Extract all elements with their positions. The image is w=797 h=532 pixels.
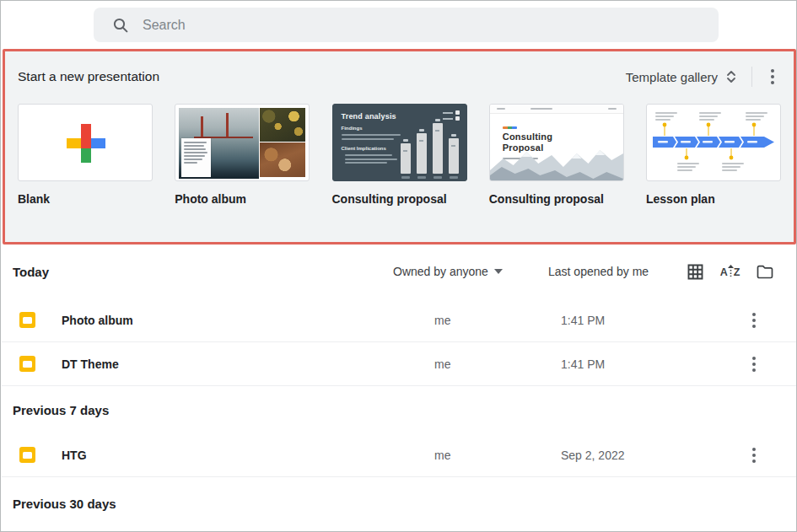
timeline-graphic — [651, 109, 776, 176]
file-name: HTG — [62, 449, 87, 462]
mountains-image — [490, 145, 623, 180]
trend-bar-chart — [401, 118, 459, 174]
search-icon — [112, 17, 129, 34]
section-title: Start a new presentation — [18, 69, 159, 84]
template-label: Consulting proposal — [489, 192, 624, 206]
file-owner: me — [393, 314, 450, 327]
trend-bullet-lines — [345, 154, 401, 166]
template-card-blank[interactable]: Blank — [18, 104, 153, 206]
google-plus-icon — [67, 124, 105, 163]
owned-by-label: Owned by anyone — [393, 265, 488, 278]
folder-icon — [757, 265, 773, 279]
recent-files-section: Today Owned by anyone Last opened by me — [2, 245, 797, 530]
group-heading-previous-30-days: Previous 30 days — [2, 477, 797, 523]
file-row-htg[interactable]: HTG me Sep 2, 2022 — [2, 433, 797, 477]
template-thumbnails-row: Blank Ph — [5, 102, 794, 206]
file-opened-time: 1:41 PM — [547, 314, 605, 327]
template-section-menu-button[interactable] — [762, 64, 783, 89]
unfold-more-icon — [724, 69, 738, 84]
template-label: Lesson plan — [646, 192, 781, 206]
file-owner: me — [393, 449, 450, 462]
trend-body-lines — [342, 134, 402, 142]
sort-az-button[interactable]: A Z — [719, 261, 741, 282]
caret-down-icon — [494, 269, 503, 274]
photo-album-textbox — [181, 138, 211, 177]
slides-file-icon — [19, 447, 35, 463]
trend-subheading: Client Implications — [342, 146, 386, 151]
template-label: Photo album — [175, 192, 310, 206]
slides-file-icon — [19, 356, 35, 372]
file-name: Photo album — [62, 314, 133, 327]
owned-by-filter[interactable]: Owned by anyone — [393, 265, 503, 278]
open-file-picker-button[interactable] — [754, 261, 776, 282]
trend-title: Trend analysis — [342, 112, 396, 121]
template-card-consulting-light[interactable]: Consulting Proposal Consulting proposal — [489, 104, 624, 206]
file-row-photo-album[interactable]: Photo album me 1:41 PM — [2, 298, 797, 342]
template-label: Blank — [18, 192, 153, 206]
file-opened-time: 1:41 PM — [547, 357, 605, 371]
trend-analysis-thumbnail[interactable]: Trend analysis Findings Client Implicati… — [332, 104, 467, 181]
file-menu-button[interactable] — [744, 308, 764, 333]
file-menu-button[interactable] — [744, 443, 764, 468]
slide-menu-bar — [490, 105, 623, 114]
file-row-dt-theme[interactable]: DT Theme me 1:41 PM — [2, 342, 797, 386]
template-card-photo-album[interactable]: Photo album — [175, 104, 310, 206]
template-section-header: Start a new presentation Template galler… — [5, 51, 794, 102]
trend-heading: Findings — [342, 126, 363, 131]
group-heading-previous-7-days: Previous 7 days — [2, 386, 797, 433]
divider — [751, 67, 752, 87]
slides-home-page: Start a new presentation Template galler… — [0, 0, 797, 532]
template-card-consulting-dark[interactable]: Trend analysis Findings Client Implicati… — [332, 104, 467, 206]
list-header: Today Owned by anyone Last opened by me — [2, 245, 797, 298]
file-owner: me — [393, 357, 450, 371]
grid-view-button[interactable] — [684, 261, 706, 282]
file-name: DT Theme — [62, 357, 119, 371]
search-bar[interactable] — [94, 8, 719, 42]
consulting-proposal-thumbnail[interactable]: Consulting Proposal — [489, 104, 624, 181]
template-gallery-button[interactable]: Template gallery — [622, 64, 741, 89]
file-opened-time: Sep 2, 2022 — [547, 449, 625, 462]
grid-view-icon — [687, 264, 703, 280]
blank-thumbnail[interactable] — [18, 104, 153, 181]
interior-photo — [260, 142, 305, 177]
last-opened-sort[interactable]: Last opened by me — [547, 265, 649, 278]
leaves-photo — [260, 108, 305, 142]
group-heading-today: Today — [13, 265, 49, 279]
template-label: Consulting proposal — [332, 192, 467, 206]
sort-arrow-icon — [728, 265, 734, 277]
lesson-plan-thumbnail[interactable] — [646, 104, 781, 181]
accent-dash — [503, 126, 517, 129]
start-new-presentation-section: Start a new presentation Template galler… — [3, 49, 796, 245]
search-input[interactable] — [143, 18, 649, 33]
file-menu-button[interactable] — [744, 352, 764, 377]
slides-file-icon — [19, 312, 35, 328]
photo-album-thumbnail[interactable] — [175, 104, 310, 181]
template-card-lesson-plan[interactable]: Lesson plan — [646, 104, 781, 206]
template-gallery-label: Template gallery — [626, 70, 718, 84]
